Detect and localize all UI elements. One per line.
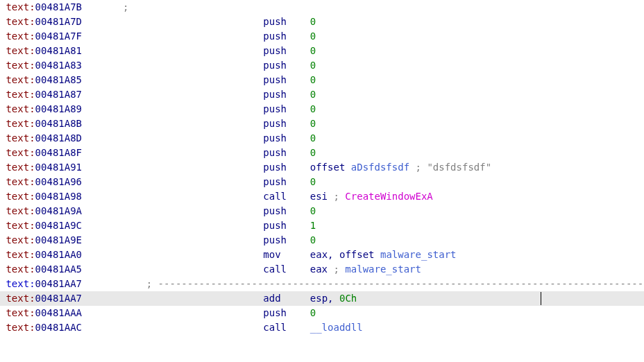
pad: [287, 31, 310, 42]
mnemonic: push: [263, 205, 287, 216]
operand-keyword: offset: [310, 162, 346, 173]
pad: [82, 322, 263, 333]
disassembly-view[interactable]: text:00481A7B ; text:00481A7D push 0 tex…: [0, 0, 644, 335]
colon: :: [29, 118, 35, 129]
segment-label: text: [6, 16, 29, 27]
operand-number: 0: [310, 16, 316, 27]
asm-line[interactable]: text:00481A9C push 1: [0, 218, 644, 233]
comment-semicolon: ;: [328, 191, 345, 202]
asm-line[interactable]: text:00481AA5 call eax ; malware_start: [0, 262, 644, 277]
operand-number: 0: [310, 205, 316, 216]
comment-semicolon: ;: [328, 264, 345, 275]
operand-keyword: offset: [339, 249, 375, 260]
space: [375, 249, 380, 260]
asm-line[interactable]: text:00481AAC call __loaddll: [0, 320, 644, 335]
pad: [82, 278, 146, 289]
segment-label: text: [6, 322, 29, 333]
pad: [281, 293, 310, 304]
pad: [287, 191, 310, 202]
mnemonic: call: [263, 264, 287, 275]
colon: :: [29, 293, 35, 304]
asm-line[interactable]: text:00481A83 push 0: [0, 58, 644, 73]
address: 00481AA0: [35, 249, 82, 260]
asm-line[interactable]: text:00481A8F push 0: [0, 146, 644, 160]
pad: [281, 249, 310, 260]
segment-label: text: [6, 1, 29, 12]
mnemonic: push: [263, 45, 287, 56]
segment-label: text: [6, 278, 29, 289]
mnemonic: push: [263, 118, 287, 129]
segment-label: text: [6, 89, 29, 100]
asm-line[interactable]: text:00481A8B push 0: [0, 117, 644, 131]
segment-label: text: [6, 191, 29, 202]
asm-line[interactable]: text:00481A7F push 0: [0, 29, 644, 44]
asm-line[interactable]: text:00481AA7 add esp, 0Ch: [0, 291, 644, 306]
colon: :: [29, 60, 35, 71]
address: 00481AAC: [35, 322, 82, 333]
address: 00481A9E: [35, 234, 82, 245]
pad: [82, 31, 263, 42]
comment-marker: ;: [123, 1, 128, 12]
segment-label: text: [6, 234, 29, 245]
segment-label: text: [6, 264, 29, 275]
separator-dashes: ----------------------------------------…: [158, 278, 644, 289]
colon: :: [29, 278, 35, 289]
pad: [82, 89, 263, 100]
asm-line[interactable]: text:00481A96 push 0: [0, 175, 644, 189]
address: 00481A8B: [35, 118, 82, 129]
pad: [82, 307, 263, 318]
asm-line[interactable]: text:00481A7D push 0: [0, 15, 644, 29]
operand-identifier: __loaddll: [310, 322, 363, 333]
asm-line[interactable]: text:00481A8D push 0: [0, 131, 644, 146]
comment-marker: ;: [146, 278, 158, 289]
asm-line[interactable]: text:00481AA7 ; ------------------------…: [0, 277, 644, 291]
address: 00481AA5: [35, 264, 82, 275]
segment-label: text: [6, 60, 29, 71]
address: 00481AA7: [35, 293, 82, 304]
segment-label: text: [6, 176, 29, 187]
address: 00481A7D: [35, 16, 82, 27]
asm-line[interactable]: text:00481AAA push 0: [0, 306, 644, 320]
mnemonic: push: [263, 147, 287, 158]
asm-line[interactable]: text:00481AA0 mov eax, offset malware_st…: [0, 248, 644, 262]
operand-number: 0: [310, 147, 316, 158]
asm-line[interactable]: text:00481A81 push 0: [0, 44, 644, 58]
pad: [82, 220, 263, 231]
pad: [82, 45, 263, 56]
operand-register: esp: [310, 293, 328, 304]
colon: :: [29, 45, 35, 56]
pad: [82, 205, 263, 216]
asm-line[interactable]: text:00481A89 push 0: [0, 102, 644, 117]
asm-line[interactable]: text:00481A91 push offset aDsfdsfsdf ; "…: [0, 160, 644, 175]
operand-comma: ,: [328, 293, 333, 304]
asm-line[interactable]: text:00481A85 push 0: [0, 73, 644, 87]
comment-symbol: malware_start: [345, 264, 421, 275]
operand-identifier: aDsfdsfsdf: [351, 162, 409, 173]
comment-text: "dsfdsfsdf": [427, 162, 491, 173]
pad: [287, 176, 310, 187]
address: 00481A91: [35, 162, 82, 173]
asm-line[interactable]: text:00481A87 push 0: [0, 87, 644, 102]
operand-register: eax: [310, 249, 328, 260]
operand-number: 0: [310, 103, 316, 114]
asm-line[interactable]: text:00481A9E push 0: [0, 233, 644, 248]
pad: [82, 60, 263, 71]
asm-line[interactable]: text:00481A98 call esi ; CreateWindowExA: [0, 189, 644, 204]
asm-line[interactable]: text:00481A9A push 0: [0, 204, 644, 218]
operand-number: 0: [310, 132, 316, 144]
segment-label: text: [6, 307, 29, 318]
pad: [82, 16, 263, 27]
asm-line[interactable]: text:00481A7B ;: [0, 0, 644, 15]
segment-label: text: [6, 162, 29, 173]
colon: :: [29, 176, 35, 187]
pad: [82, 118, 263, 129]
space: [334, 293, 339, 304]
colon: :: [29, 31, 35, 42]
mnemonic: push: [263, 176, 287, 187]
colon: :: [29, 1, 35, 12]
pad: [287, 147, 310, 158]
address: 00481A8D: [35, 132, 82, 144]
colon: :: [29, 16, 35, 27]
segment-label: text: [6, 220, 29, 231]
pad: [287, 89, 310, 100]
